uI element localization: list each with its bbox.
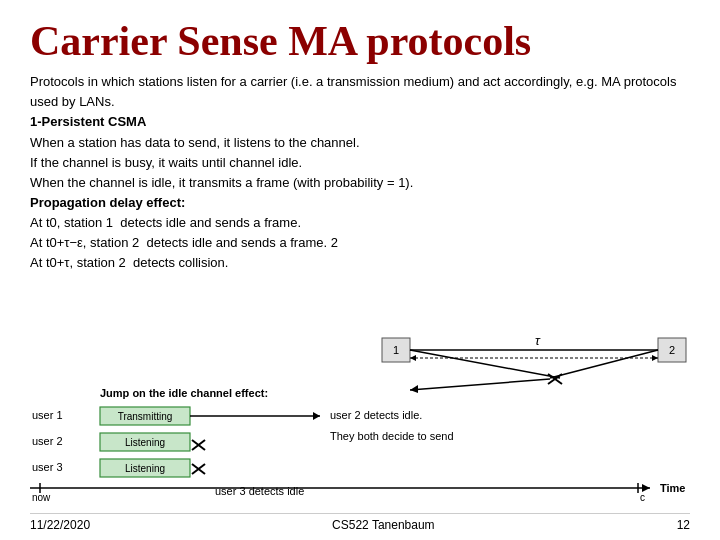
svg-marker-13 [652,355,658,361]
para-8: At t0+τ−ε, station 2 detects idle and se… [30,233,690,253]
slide-body: Protocols in which stations listen for a… [30,72,690,273]
svg-text:user 1: user 1 [32,409,63,421]
para-7: At t0, station 1 detects idle and sends … [30,213,690,233]
svg-line-5 [410,350,560,378]
para-5: When the channel is idle, it transmits a… [30,173,690,193]
svg-text:Jump on the idle channel effec: Jump on the idle channel effect: [100,387,268,399]
para-1: Protocols in which stations listen for a… [30,72,690,112]
svg-marker-26 [313,412,320,420]
svg-text:1: 1 [393,344,399,356]
svg-text:Listening: Listening [125,463,165,474]
footer-center: CS522 Tanenbaum [332,518,435,532]
diagram-area: 1 2 τ [30,330,690,505]
svg-text:user 3: user 3 [32,461,63,473]
svg-line-6 [550,350,658,378]
svg-text:τ: τ [535,333,541,348]
svg-text:user 2: user 2 [32,435,63,447]
svg-text:c: c [640,492,645,503]
para-2: 1-Persistent CSMA [30,112,690,132]
footer-page: 12 [677,518,690,532]
para-6: Propagation delay effect: [30,193,690,213]
svg-text:user 3 detects idle: user 3 detects idle [215,485,304,497]
para-9: At t0+τ, station 2 detects collision. [30,253,690,273]
svg-text:now: now [32,492,51,503]
para-3: When a station has data to send, it list… [30,133,690,153]
svg-text:Time: Time [660,482,685,494]
footer-date: 11/22/2020 [30,518,90,532]
slide-footer: 11/22/2020 CS522 Tanenbaum 12 [30,513,690,532]
svg-text:2: 2 [669,344,675,356]
svg-text:Transmitting: Transmitting [118,411,173,422]
channel-svg: Jump on the idle channel effect: user 1 … [30,385,690,503]
svg-text:Listening: Listening [125,437,165,448]
svg-marker-35 [642,484,650,492]
svg-text:They both decide to send: They both decide to send [330,430,454,442]
para-4: If the channel is busy, it waits until c… [30,153,690,173]
slide-title: Carrier Sense MA protocols [30,18,690,64]
slide: Carrier Sense MA protocols Protocols in … [0,0,720,540]
svg-marker-14 [410,355,416,361]
channel-diagram: Jump on the idle channel effect: user 1 … [30,385,690,505]
svg-text:user 2 detects idle.: user 2 detects idle. [330,409,422,421]
